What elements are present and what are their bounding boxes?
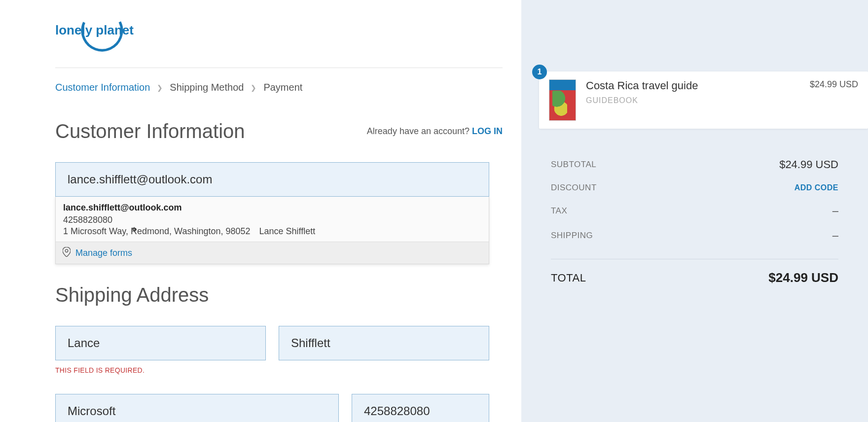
login-link[interactable]: LOG IN [472,126,503,136]
manage-forms-label: Manage forms [75,248,132,258]
cart-quantity-badge: 1 [532,65,547,79]
total-label: TOTAL [551,272,586,284]
tax-value: – [832,205,838,217]
subtotal-label: SUBTOTAL [551,160,596,170]
shipping-value: – [832,229,838,242]
add-code-button[interactable]: ADD CODE [795,183,838,192]
first-name-input[interactable] [55,326,266,360]
first-name-error: THIS FIELD IS REQUIRED. [55,366,266,374]
order-summary-sidebar: 1 Costa Rica travel guide GUIDEBOOK $24.… [521,0,868,422]
product-thumbnail [549,79,576,121]
company-input[interactable] [55,394,339,422]
chevron-right-icon: ❯ [251,84,256,92]
brand-logo[interactable]: lonely planet [55,10,503,68]
total-value: $24.99 USD [768,270,838,285]
autofill-phone: 4258828080 [63,215,481,225]
subtotal-value: $24.99 USD [779,158,838,171]
cart-item-price: $24.99 USD [810,79,858,90]
email-input[interactable] [55,162,489,197]
tax-label: TAX [551,206,567,216]
cart-item-subtitle: GUIDEBOOK [586,96,810,105]
login-prompt: Already have an account? LOG IN [367,126,503,137]
breadcrumb: Customer Information ❯ Shipping Method ❯… [55,82,503,93]
last-name-input[interactable] [279,326,489,360]
breadcrumb-step-payment[interactable]: Payment [263,82,302,93]
shipping-label: SHIPPING [551,231,593,241]
svg-text:lonely planet: lonely planet [55,23,134,37]
autofill-dropdown: lance.shifflett@outlook.com 4258828080 1… [55,196,489,264]
shipping-address-heading: Shipping Address [55,284,503,306]
autofill-suggestion[interactable]: lance.shifflett@outlook.com 4258828080 1… [56,197,489,242]
phone-input[interactable] [352,394,489,422]
autofill-email: lance.shifflett@outlook.com [63,203,481,213]
breadcrumb-step-shipping[interactable]: Shipping Method [170,82,244,93]
autofill-address: 1 Microsoft Way, Redmond, Washington, 98… [63,226,481,237]
chevron-right-icon: ❯ [157,84,163,92]
map-pin-icon [63,247,71,259]
manage-forms-button[interactable]: Manage forms [56,242,489,264]
discount-label: DISCOUNT [551,183,597,193]
cart-item-card: 1 Costa Rica travel guide GUIDEBOOK $24.… [539,71,868,129]
customer-info-heading: Customer Information [55,120,245,142]
breadcrumb-step-customer[interactable]: Customer Information [55,82,150,93]
login-prompt-text: Already have an account? [367,126,472,136]
cart-item-title: Costa Rica travel guide [586,79,810,92]
